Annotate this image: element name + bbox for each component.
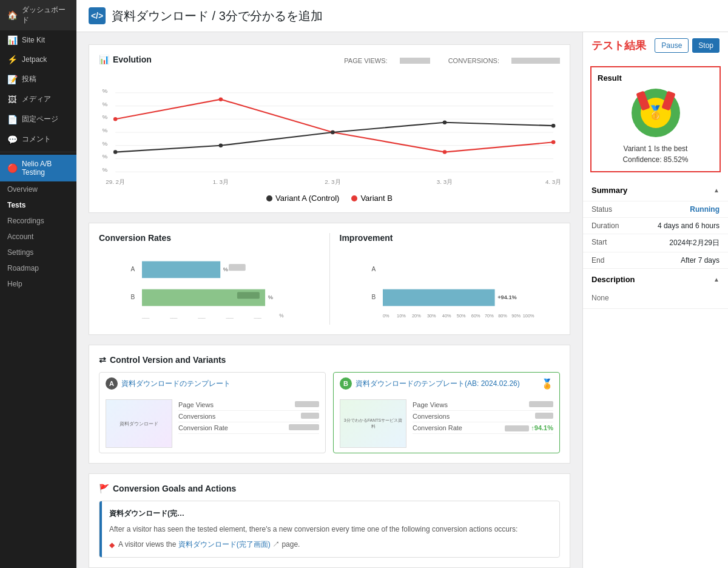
result-winner-text: Variant 1 Is the best Confidence: 85.52% — [598, 143, 713, 165]
variant-card-a: A 資料ダウンロードのテンプレート 資料ダウンロード P — [99, 372, 326, 453]
svg-text:B: B — [131, 294, 135, 300]
sidebar-item-label: Jetpack — [22, 55, 47, 64]
svg-text:A: A — [131, 266, 135, 272]
svg-point-23 — [551, 124, 556, 128]
pages-icon: 📄 — [7, 115, 17, 124]
sidebar-divider — [0, 152, 76, 152]
conversion-rates-svg: A % B % ___ — [99, 250, 320, 323]
topbar-icon: </> — [89, 7, 106, 24]
sidebar-item-nelio[interactable]: 🔴 Nelio A/B Testing — [0, 155, 76, 181]
svg-rect-30 — [142, 261, 220, 278]
chart-legend: Variant A (Control) Variant B — [99, 194, 560, 203]
description-header[interactable]: Description ▲ — [583, 269, 728, 290]
sidebar-sub-account[interactable]: Account — [0, 229, 76, 245]
svg-text:%: % — [279, 313, 284, 319]
start-value: 2024年2月29日 — [669, 238, 720, 248]
media-icon: 🖼 — [7, 95, 17, 104]
page-title: 資料ダウンロード / 3分で分かるを追加 — [112, 8, 323, 24]
improvement-svg: A B +94.1% 0% 10% 20% 30% 40% 50% — [340, 250, 561, 323]
conversion-rates-col: Conversion Rates A % B % — [99, 233, 330, 325]
goals-box-inner: 資料ダウンロード(完… After a visitor has seen the… — [99, 501, 559, 557]
svg-point-18 — [551, 140, 556, 144]
stop-button[interactable]: Stop — [692, 38, 720, 53]
variant-b-conversions: Conversions — [413, 411, 553, 422]
pause-button[interactable]: Pause — [655, 38, 689, 53]
sidebar-item-sitekit[interactable]: 📊 Site Kit — [0, 30, 76, 50]
svg-point-15 — [219, 97, 223, 101]
svg-text:20%: 20% — [411, 313, 420, 319]
variant-a-thumb: 資料ダウンロード — [106, 399, 172, 448]
variant-b-stats: Page Views Conversions Conversion Rate — [413, 399, 553, 448]
variant-a-page-views-val — [295, 401, 319, 407]
variant-a-link[interactable]: 資料ダウンロードのテンプレート — [121, 379, 231, 389]
duration-value: 4 days and 6 hours — [658, 221, 720, 230]
variant-b-header: B 資料ダウンロードのテンプレート(AB: 2024.02.26) 🏅 — [334, 373, 559, 394]
variant-a-body: 資料ダウンロード Page Views Conversions — [99, 394, 325, 453]
conversions-label: CONVERSIONS: — [448, 57, 499, 64]
sidebar-item-media[interactable]: 🖼 メディア — [0, 89, 76, 109]
variant-a-conv-rate: Conversion Rate — [178, 422, 319, 434]
sidebar-sub-settings[interactable]: Settings — [0, 245, 76, 260]
sidebar-item-comments[interactable]: 💬 コメント — [0, 129, 76, 149]
sidebar-sub-tests[interactable]: Tests — [0, 197, 76, 213]
svg-text:___: ___ — [169, 313, 178, 319]
test-result-header: テスト結果 Pause Stop — [583, 32, 728, 59]
svg-point-19 — [113, 150, 118, 154]
topbar: </> 資料ダウンロード / 3分で分かるを追加 — [76, 0, 728, 32]
sidebar-item-label: 固定ページ — [22, 114, 58, 124]
sidebar-sub-recordings[interactable]: Recordings — [0, 213, 76, 229]
main: </> 資料ダウンロード / 3分で分かるを追加 📊 Evolution PAG… — [76, 0, 728, 568]
variant-b-conversions-val — [535, 413, 553, 419]
sidebar-item-dashboard[interactable]: 🏠 ダッシュボード — [0, 0, 76, 30]
evolution-svg: % % % % % % % — [99, 78, 560, 187]
sidebar-sub-overview[interactable]: Overview — [0, 181, 76, 197]
result-box: Result 🥇 Variant 1 Is the best Confidenc… — [590, 66, 721, 172]
sidebar-sub-help[interactable]: Help — [0, 276, 76, 292]
svg-text:%: % — [102, 101, 107, 107]
result-box-title: Result — [598, 73, 713, 83]
sidebar-item-jetpack[interactable]: ⚡ Jetpack — [0, 50, 76, 69]
improvement-col: Improvement A B +94.1% 0% 10% 20% — [330, 233, 561, 325]
external-link-icon: ↗ — [272, 540, 280, 549]
svg-text:%: % — [102, 153, 107, 160]
description-chevron-icon: ▲ — [713, 276, 720, 283]
svg-text:100%: 100% — [522, 313, 534, 319]
variant-b-thumb: 3分でわかるFANTSサービス資料 — [340, 399, 406, 448]
sidebar-item-pages[interactable]: 📄 固定ページ — [0, 109, 76, 129]
sidebar-item-label: メディア — [22, 94, 51, 104]
svg-text:80%: 80% — [498, 313, 507, 319]
chart-bar-icon: 📊 — [99, 55, 109, 64]
goals-description: After a visitor has seen the tested elem… — [109, 524, 552, 535]
conversions-value — [511, 58, 560, 64]
svg-text:70%: 70% — [484, 313, 493, 319]
svg-text:%: % — [102, 113, 107, 120]
sidebar-sub-roadmap[interactable]: Roadmap — [0, 260, 76, 276]
goals-section: 🚩 Conversion Goals and Actions 資料ダウンロード(… — [89, 473, 570, 568]
sidebar-item-posts[interactable]: 📝 投稿 — [0, 69, 76, 89]
dashboard-icon: 🏠 — [7, 10, 17, 20]
svg-text:10%: 10% — [397, 313, 406, 319]
legend-b-dot — [351, 195, 357, 201]
svg-text:60%: 60% — [471, 313, 480, 319]
svg-text:%: % — [102, 140, 107, 147]
variant-b-conv-rate-val: ↑94.1% — [505, 424, 553, 431]
sidebar-item-label: Site Kit — [22, 36, 45, 44]
variant-b-link[interactable]: 資料ダウンロードのテンプレート(AB: 2024.02.26) — [356, 379, 520, 389]
variant-a-header: A 資料ダウンロードのテンプレート — [99, 373, 325, 394]
right-panel: テスト結果 Pause Stop Result 🥇 Variant 1 Is t… — [582, 32, 728, 568]
description-value: None — [583, 290, 728, 308]
summary-header[interactable]: Summary ▲ — [583, 180, 728, 201]
sidebar-item-label: Nelio A/B Testing — [22, 160, 69, 177]
action-icon: ◆ — [109, 541, 115, 549]
medal-ribbon-right — [661, 91, 675, 111]
comments-icon: 💬 — [7, 135, 17, 144]
summary-section: Summary ▲ Status Running Duration 4 days… — [583, 180, 728, 269]
svg-rect-36 — [237, 292, 260, 299]
goals-action-link[interactable]: 資料ダウンロード(完了画面) — [178, 540, 271, 549]
status-value: Running — [690, 205, 720, 214]
svg-text:50%: 50% — [456, 313, 465, 319]
test-result-title: テスト結果 — [592, 38, 646, 53]
duration-row: Duration 4 days and 6 hours — [583, 217, 728, 234]
page-views-label: PAGE VIEWS: — [344, 57, 387, 64]
variant-a-conv-rate-val — [289, 424, 319, 430]
